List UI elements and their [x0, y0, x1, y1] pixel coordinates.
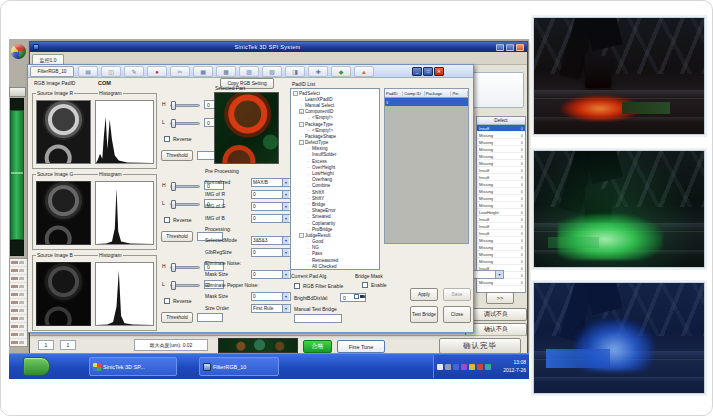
- tree-expand-icon[interactable]: [306, 183, 311, 188]
- l-slider[interactable]: [170, 122, 200, 125]
- tree-expand-icon[interactable]: -: [299, 122, 304, 127]
- tree-expand-icon[interactable]: [306, 251, 311, 256]
- h-slider-thumb[interactable]: [171, 101, 176, 110]
- toolbar-icon[interactable]: ▩: [216, 66, 236, 77]
- defect-table-row[interactable]: Insuff 0: [477, 216, 525, 223]
- processing-dropdown[interactable]: 0: [251, 190, 291, 199]
- status-field-2[interactable]: 1: [60, 340, 76, 350]
- tree-expand-icon[interactable]: [306, 190, 311, 195]
- tree-expand-icon[interactable]: [306, 146, 311, 151]
- processing-dropdown[interactable]: 3&5&3: [251, 236, 291, 245]
- tree-expand-icon[interactable]: [306, 227, 311, 232]
- h-slider[interactable]: [170, 185, 200, 188]
- toolbar-icon[interactable]: ▤: [78, 66, 98, 77]
- close-dialog-button[interactable]: Close: [443, 306, 471, 323]
- dialog-close-button[interactable]: ✕: [434, 67, 444, 76]
- tree-expand-icon[interactable]: [306, 208, 311, 213]
- manual-test-bridge-field[interactable]: [294, 314, 342, 323]
- threshold-button[interactable]: Threshold: [161, 150, 193, 161]
- save-button[interactable]: Save: [443, 288, 471, 301]
- more-button[interactable]: >>: [486, 292, 514, 304]
- rgb-filter-enable-checkbox[interactable]: [294, 283, 300, 289]
- minimize-button[interactable]: [496, 44, 504, 51]
- processing-dropdown[interactable]: 0: [251, 270, 291, 279]
- toolbar-icon[interactable]: ▦: [193, 66, 213, 77]
- dialog-title[interactable]: FilterRGB_10: [30, 66, 74, 77]
- tray-icon[interactable]: [485, 364, 491, 370]
- main-titlebar[interactable]: SinicTek 3D SPI System: [30, 42, 527, 52]
- toolbar-icon[interactable]: ●: [147, 66, 167, 77]
- close-button[interactable]: [516, 44, 524, 51]
- l-slider[interactable]: [170, 203, 200, 206]
- toolbar-icon[interactable]: ✎: [124, 66, 144, 77]
- h-slider-thumb[interactable]: [171, 263, 176, 272]
- tray-icon[interactable]: [469, 364, 475, 370]
- processing-dropdown[interactable]: 0: [251, 202, 291, 211]
- toolbar-icon[interactable]: ▲: [354, 66, 374, 77]
- h-slider-thumb[interactable]: [171, 182, 176, 191]
- toolbar-icon[interactable]: ◫: [101, 66, 121, 77]
- toolbar-icon[interactable]: ▥: [239, 66, 259, 77]
- tree-expand-icon[interactable]: [306, 264, 311, 269]
- l-slider-thumb[interactable]: [171, 200, 176, 209]
- processing-dropdown[interactable]: 0: [251, 214, 291, 223]
- defect-table-row[interactable]: Missing 0: [477, 244, 525, 251]
- toolbar-icon[interactable]: ▧: [262, 66, 282, 77]
- tree-expand-icon[interactable]: [299, 97, 304, 102]
- reverse-checkbox[interactable]: [164, 298, 170, 304]
- processing-dropdown[interactable]: First Rule: [251, 304, 291, 313]
- maximize-button[interactable]: [506, 44, 514, 51]
- tray-icon[interactable]: [437, 364, 443, 370]
- defect-table-row[interactable]: Missing 0: [477, 188, 525, 195]
- tree-expand-icon[interactable]: -: [293, 91, 298, 96]
- fine-tune-button[interactable]: Fine Tune: [337, 340, 385, 353]
- tray-icon[interactable]: [445, 364, 451, 370]
- threshold-button[interactable]: Threshold: [161, 231, 193, 242]
- desktop-logo-icon[interactable]: [11, 44, 26, 59]
- defect-table-row[interactable]: Insuff 0: [477, 174, 525, 181]
- defect-table-row[interactable]: Insuff 0: [477, 125, 525, 132]
- tree-expand-icon[interactable]: [299, 134, 304, 139]
- defect-table-row[interactable]: Missing 0: [477, 146, 525, 153]
- taskbar-task-1[interactable]: SinicTek 3D SP...: [89, 357, 177, 376]
- defect-table-row[interactable]: Insuff 0: [477, 230, 525, 237]
- confirm-complete-button[interactable]: 确认完毕: [439, 338, 521, 354]
- tray-icon[interactable]: [477, 364, 483, 370]
- processing-dropdown[interactable]: 0: [251, 292, 291, 301]
- tree-expand-icon[interactable]: [306, 165, 311, 170]
- tree-expand-icon[interactable]: [306, 159, 311, 164]
- start-button[interactable]: [23, 357, 50, 376]
- defect-table-row[interactable]: Missing 0: [477, 237, 525, 244]
- tree-expand-icon[interactable]: [306, 239, 311, 244]
- l-slider-thumb[interactable]: [171, 281, 176, 290]
- defect-table-row[interactable]: Missing 0: [477, 181, 525, 188]
- tree-expand-icon[interactable]: [306, 202, 311, 207]
- defect-table-row[interactable]: Missing 0: [477, 258, 525, 265]
- toolbar-icon[interactable]: ✂: [170, 66, 190, 77]
- defect-table-row[interactable]: Missing 0: [477, 195, 525, 202]
- tray-icon[interactable]: [461, 364, 467, 370]
- tree-expand-icon[interactable]: +: [299, 109, 304, 114]
- toolbar-icon[interactable]: ✚: [308, 66, 328, 77]
- h-slider[interactable]: [170, 266, 200, 269]
- taskbar-task-2[interactable]: FilterRGB_10: [199, 357, 279, 376]
- tray-icon[interactable]: [453, 364, 459, 370]
- test-bridge-button[interactable]: Test Bridge: [410, 306, 438, 323]
- tree-expand-icon[interactable]: [299, 103, 304, 108]
- status-field-1[interactable]: 1: [38, 340, 54, 350]
- tree-expand-icon[interactable]: [306, 245, 311, 250]
- l-slider[interactable]: [170, 284, 200, 287]
- toolbar-icon[interactable]: ◆: [331, 66, 351, 77]
- dialog-minimize-button[interactable]: _: [412, 67, 422, 76]
- apply-button[interactable]: Apply: [410, 288, 438, 301]
- defect-table-row[interactable]: Missing 0: [477, 160, 525, 167]
- defect-table-row[interactable]: Missing 0: [477, 153, 525, 160]
- defect-table-row[interactable]: Missing 0: [477, 132, 525, 139]
- tree-expand-icon[interactable]: [306, 115, 311, 120]
- tree-expand-icon[interactable]: -: [299, 233, 304, 238]
- pass-button[interactable]: 合格: [303, 340, 332, 353]
- tree-expand-icon[interactable]: [306, 196, 311, 201]
- defect-table-row[interactable]: Missing 0: [477, 139, 525, 146]
- tree-expand-icon[interactable]: [306, 152, 311, 157]
- dialog-maximize-button[interactable]: □: [423, 67, 433, 76]
